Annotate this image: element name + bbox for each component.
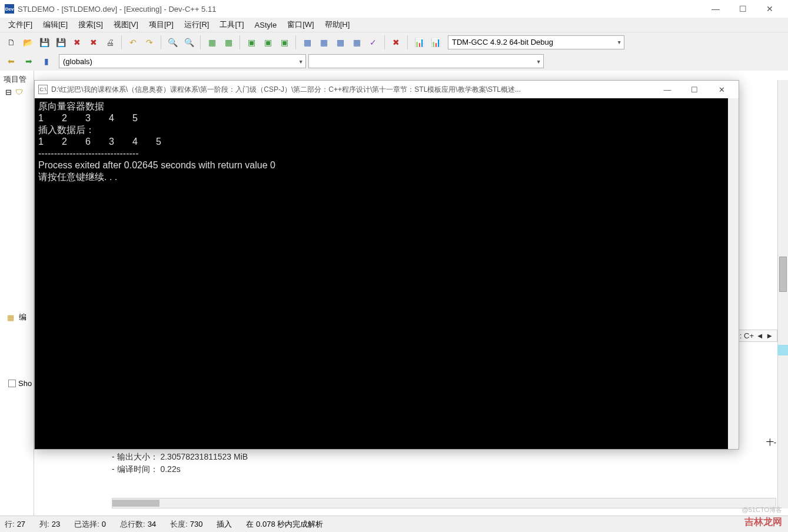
bottom-right-text: 十- — [766, 437, 776, 448]
toolbar-separator — [407, 35, 408, 49]
window-title: STLDEMO - [STLDEMO.dev] - [Executing] - … — [18, 5, 702, 14]
compiler-select[interactable]: TDM-GCC 4.9.2 64-bit Debug — [448, 35, 624, 49]
scope-select[interactable]: (globals) — [59, 54, 306, 68]
console-app-icon: C:\ — [38, 85, 48, 94]
console-window: C:\ D:\红泥巴\我的课程体系\（信息奥赛）课程体系\第一阶段：入门级（CS… — [34, 80, 739, 450]
console-line: Process exited after 0.02645 seconds wit… — [38, 160, 275, 170]
delete-icon[interactable]: ✖ — [388, 35, 404, 50]
bookmark-icon[interactable]: ▮ — [39, 54, 54, 69]
status-total-value: 34 — [148, 520, 156, 528]
toolbar-separator — [295, 35, 296, 49]
shorten-checkbox[interactable] — [8, 380, 16, 387]
maximize-button[interactable]: ☐ — [729, 0, 756, 18]
shorten-checkbox-row[interactable]: Sho — [8, 379, 32, 388]
project-tree-root[interactable]: ⊟ 🛡 — [2, 86, 31, 98]
scroll-thumb[interactable] — [779, 257, 787, 292]
console-close-button[interactable]: ✕ — [708, 81, 735, 98]
console-line: -------------------------------- — [38, 148, 139, 158]
goto-fwd-icon[interactable]: ➡ — [21, 54, 36, 69]
horizontal-scrollbar[interactable] — [112, 498, 776, 508]
scope-label: (globals) — [63, 57, 92, 66]
profile-icon[interactable]: 📊 — [411, 35, 427, 50]
goto-back-icon[interactable]: ⬅ — [4, 54, 19, 69]
log-line: - 输出大小： 2.30578231811523 MiB — [112, 451, 248, 463]
compile-icon[interactable]: ▦ — [204, 35, 220, 50]
save-icon[interactable]: 💾 — [36, 35, 52, 50]
editor-file-tab[interactable]: : C+ ◄ ► — [736, 330, 777, 342]
compile-tab-icon: ▦ — [6, 312, 15, 322]
compile-log: - 输出大小： 2.30578231811523 MiB - 编译时间： 0.2… — [112, 451, 248, 476]
run-icon[interactable]: ▦ — [221, 35, 236, 50]
menu-project[interactable]: 项目[P] — [144, 18, 178, 31]
console-minimize-button[interactable]: — — [654, 81, 681, 98]
toolbar-separator — [384, 35, 385, 49]
undo-icon[interactable]: ↶ — [125, 35, 141, 50]
toolbar-separator — [121, 35, 122, 49]
console-maximize-button[interactable]: ☐ — [681, 81, 708, 98]
menu-window[interactable]: 窗口[W] — [282, 18, 319, 31]
log-line: - 编译时间： 0.22s — [112, 463, 248, 476]
replace-icon[interactable]: 🔍 — [181, 35, 197, 50]
grid1-icon[interactable]: ▦ — [300, 35, 315, 50]
status-col-value: 23 — [52, 520, 60, 528]
console-output[interactable]: 原向量容器数据 1 2 3 4 5 插入数据后： 1 2 6 3 4 5 ---… — [35, 98, 728, 449]
tree-collapse-icon[interactable]: ⊟ — [4, 87, 13, 97]
menu-edit[interactable]: 编辑[E] — [38, 18, 72, 31]
execute-icon[interactable]: ▣ — [277, 35, 292, 50]
shorten-label: Sho — [18, 379, 32, 388]
status-col-label: 列: — [39, 520, 49, 528]
menu-astyle[interactable]: AStyle — [250, 19, 282, 31]
grid2-icon[interactable]: ▦ — [316, 35, 331, 50]
vertical-scrollbar[interactable] — [777, 80, 788, 508]
menu-help[interactable]: 帮助[H] — [320, 18, 355, 31]
print-icon[interactable]: 🖨 — [102, 35, 118, 50]
menu-search[interactable]: 搜索[S] — [74, 18, 108, 31]
console-line: 请按任意键继续. . . — [38, 172, 117, 182]
close-all-icon[interactable]: ✖ — [86, 35, 101, 50]
status-sel-value: 0 — [102, 520, 106, 528]
check-icon[interactable]: ✓ — [365, 35, 381, 50]
console-line: 1 2 3 4 5 — [38, 113, 138, 123]
chevron-left-icon[interactable]: ◄ — [756, 331, 764, 340]
compile-run-icon[interactable]: ▣ — [244, 35, 259, 50]
chevron-right-icon[interactable]: ► — [766, 331, 773, 340]
toolbar-separator — [161, 35, 161, 49]
editor-file-tab-label: : C+ — [740, 331, 754, 340]
status-parse: 在 0.078 秒内完成解析 — [246, 519, 323, 530]
redo-icon[interactable]: ↷ — [142, 35, 157, 50]
rebuild-icon[interactable]: ▣ — [260, 35, 275, 50]
menu-tools[interactable]: 工具[T] — [215, 18, 248, 31]
second-toolbar: ⬅ ➡ ▮ (globals) — [0, 52, 788, 71]
console-titlebar[interactable]: C:\ D:\红泥巴\我的课程体系\（信息奥赛）课程体系\第一阶段：入门级（CS… — [35, 81, 739, 98]
watermark2: @51CTO博客 — [742, 506, 782, 514]
app-icon: Dev — [5, 4, 14, 14]
open-file-icon[interactable]: 📂 — [20, 35, 35, 50]
menu-view[interactable]: 视图[V] — [109, 18, 143, 31]
project-shield-icon: 🛡 — [14, 87, 24, 97]
status-mode: 插入 — [217, 519, 232, 530]
statusbar: 行:27 列:23 已选择:0 总行数:34 长度:730 插入 在 0.078… — [0, 516, 788, 532]
compiler-selected-label: TDM-GCC 4.9.2 64-bit Debug — [452, 38, 553, 46]
analyze-icon[interactable]: 📊 — [428, 35, 443, 50]
main-window: Dev STLDEMO - [STLDEMO.dev] - [Executing… — [0, 0, 788, 532]
main-titlebar[interactable]: Dev STLDEMO - [STLDEMO.dev] - [Executing… — [0, 0, 788, 18]
close-file-icon[interactable]: ✖ — [69, 35, 85, 50]
status-len-label: 长度: — [170, 520, 188, 528]
new-file-icon[interactable]: 🗋 — [4, 35, 19, 50]
project-panel-title: 项目管 — [2, 73, 31, 86]
grid3-icon[interactable]: ▦ — [333, 35, 348, 50]
find-icon[interactable]: 🔍 — [165, 35, 180, 50]
minimize-button[interactable]: — — [702, 0, 729, 18]
menu-run[interactable]: 运行[R] — [179, 18, 214, 31]
toolbar-separator — [240, 35, 240, 49]
project-panel[interactable]: 项目管 ⊟ 🛡 — [0, 71, 34, 532]
close-button[interactable]: ✕ — [756, 0, 783, 18]
function-select[interactable] — [308, 54, 544, 68]
hscroll-thumb[interactable] — [112, 500, 159, 507]
console-scrollbar[interactable] — [728, 98, 739, 449]
console-line: 1 2 6 3 4 5 — [38, 137, 161, 147]
save-all-icon[interactable]: 💾 — [53, 35, 68, 50]
compile-tab-label[interactable]: 编 — [16, 311, 29, 324]
menu-file[interactable]: 文件[F] — [4, 18, 37, 31]
grid4-icon[interactable]: ▦ — [349, 35, 364, 50]
